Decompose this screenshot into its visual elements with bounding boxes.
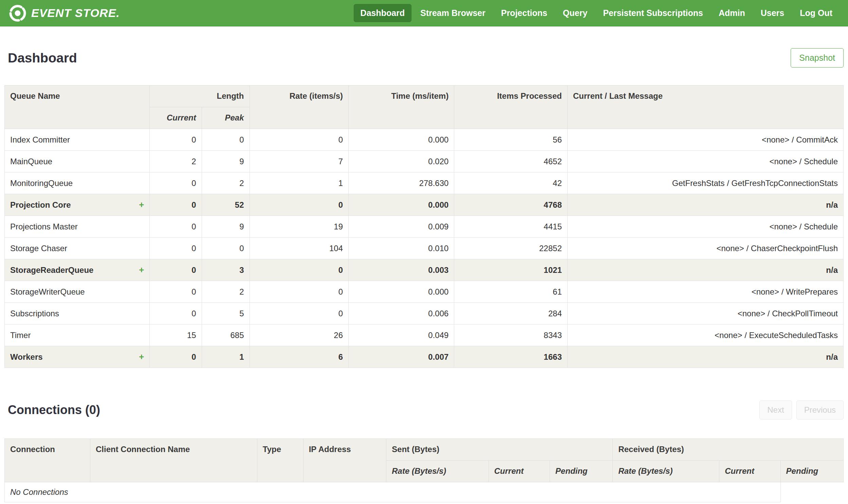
queues-table-body: Index Committer 0 0 0 0.000 56 <none> / … [5, 129, 844, 368]
col-header-connection: Connection [5, 439, 90, 482]
expand-plus-icon[interactable]: + [139, 265, 144, 275]
nav-item-admin[interactable]: Admin [712, 4, 752, 22]
queue-name: Index Committer [10, 135, 70, 145]
queue-message-cell: <none> / CheckPollTimeout [567, 303, 843, 324]
col-header-items-processed: Items Processed [454, 86, 567, 129]
queue-name-cell: Projection Core + [5, 194, 150, 216]
queue-length-peak-cell: 1 [202, 346, 250, 368]
queue-length-peak-cell: 5 [202, 303, 250, 324]
queue-time-cell: 0.007 [349, 346, 454, 368]
queue-length-current-cell: 2 [150, 151, 202, 173]
queue-items-processed-cell: 284 [454, 303, 567, 324]
queue-length-peak-cell: 0 [202, 129, 250, 151]
connections-header: Connections (0) Next Previous [4, 400, 844, 419]
queue-row: Subscriptions 0 5 0 0.006 284 <none> / C… [5, 303, 844, 324]
col-header-client-connection-name: Client Connection Name [90, 439, 257, 482]
queue-length-current-cell: 0 [150, 281, 202, 303]
queue-length-current-cell: 15 [150, 324, 202, 346]
col-header-type: Type [257, 439, 303, 482]
queue-rate-cell: 0 [250, 303, 349, 324]
queue-message-cell: <none> / WritePrepares [567, 281, 843, 303]
page-header: Dashboard Snapshot [4, 48, 844, 68]
queue-name-cell: MainQueue [5, 151, 150, 173]
queue-time-cell: 0.000 [349, 281, 454, 303]
queue-time-cell: 0.000 [349, 129, 454, 151]
col-header-time: Time (ms/item) [349, 86, 454, 129]
queue-length-peak-cell: 9 [202, 216, 250, 238]
queue-name: Workers [10, 352, 43, 362]
nav-item-stream-browser[interactable]: Stream Browser [414, 4, 492, 22]
expand-plus-icon[interactable]: + [139, 352, 144, 362]
queues-table-head: Queue Name Length Rate (items/s) Time (m… [5, 86, 844, 129]
main-nav: Dashboard Stream Browser Projections Que… [354, 4, 839, 22]
queue-length-peak-cell: 3 [202, 259, 250, 281]
queue-items-processed-cell: 4415 [454, 216, 567, 238]
queue-length-peak-cell: 685 [202, 324, 250, 346]
col-header-length-peak: Peak [202, 107, 250, 129]
queue-message-cell: GetFreshStats / GetFreshTcpConnectionSta… [567, 173, 843, 194]
queue-rate-cell: 7 [250, 151, 349, 173]
brand-link[interactable]: EVENT STORE. [9, 4, 120, 22]
queue-length-current-cell: 0 [150, 259, 202, 281]
connections-pager: Next Previous [759, 400, 844, 419]
event-store-logo [9, 4, 26, 22]
snapshot-button[interactable]: Snapshot [791, 48, 844, 68]
queue-length-current-cell: 0 [150, 346, 202, 368]
queue-time-cell: 0.000 [349, 194, 454, 216]
queue-rate-cell: 6 [250, 346, 349, 368]
queue-row: MonitoringQueue 0 2 1 278.630 42 GetFres… [5, 173, 844, 194]
queue-name-cell: Subscriptions [5, 303, 150, 324]
queue-items-processed-cell: 56 [454, 129, 567, 151]
queue-name-cell: StorageReaderQueue + [5, 259, 150, 281]
queue-items-processed-cell: 22852 [454, 238, 567, 259]
queue-row: Projections Master 0 9 19 0.009 4415 <no… [5, 216, 844, 238]
queue-time-cell: 0.003 [349, 259, 454, 281]
queue-name: StorageWriterQueue [10, 287, 85, 296]
queue-row: Timer 15 685 26 0.049 8343 <none> / Exec… [5, 324, 844, 346]
queue-rate-cell: 0 [250, 281, 349, 303]
queue-rate-cell: 0 [250, 259, 349, 281]
nav-item-dashboard[interactable]: Dashboard [354, 4, 412, 22]
queue-message-cell: n/a [567, 194, 843, 216]
next-button[interactable]: Next [759, 400, 792, 419]
queue-row: Index Committer 0 0 0 0.000 56 <none> / … [5, 129, 844, 151]
queue-message-cell: <none> / ExecuteScheduledTasks [567, 324, 843, 346]
queue-name: MonitoringQueue [10, 179, 73, 188]
nav-item-projections[interactable]: Projections [494, 4, 554, 22]
nav-item-users[interactable]: Users [754, 4, 791, 22]
queue-rate-cell: 19 [250, 216, 349, 238]
queue-row[interactable]: Workers + 0 1 6 0.007 1663 n/a [5, 346, 844, 368]
queues-table: Queue Name Length Rate (items/s) Time (m… [4, 85, 844, 368]
nav-item-logout[interactable]: Log Out [793, 4, 839, 22]
queue-rate-cell: 104 [250, 238, 349, 259]
page-content: Dashboard Snapshot Queue Name Length Rat… [0, 48, 848, 504]
queue-row[interactable]: Projection Core + 0 52 0 0.000 4768 n/a [5, 194, 844, 216]
queue-length-current-cell: 0 [150, 216, 202, 238]
col-header-received-bytes: Received (Bytes) [613, 439, 844, 461]
queue-items-processed-cell: 4652 [454, 151, 567, 173]
connections-title: Connections (0) [8, 403, 100, 417]
queue-items-processed-cell: 4768 [454, 194, 567, 216]
queue-name: Projections Master [10, 222, 78, 232]
queue-items-processed-cell: 8343 [454, 324, 567, 346]
col-header-sent-current: Current [488, 461, 549, 482]
nav-item-query[interactable]: Query [556, 4, 594, 22]
queue-items-processed-cell: 61 [454, 281, 567, 303]
queue-length-current-cell: 0 [150, 129, 202, 151]
queue-rate-cell: 0 [250, 129, 349, 151]
previous-button[interactable]: Previous [796, 400, 844, 419]
queue-time-cell: 0.049 [349, 324, 454, 346]
nav-item-persistent-subscriptions[interactable]: Persistent Subscriptions [596, 4, 710, 22]
queue-length-current-cell: 0 [150, 238, 202, 259]
queue-rate-cell: 1 [250, 173, 349, 194]
queue-length-peak-cell: 52 [202, 194, 250, 216]
expand-plus-icon[interactable]: + [139, 200, 144, 210]
queue-name: Subscriptions [10, 309, 59, 318]
queue-items-processed-cell: 1663 [454, 346, 567, 368]
queue-name-cell: Storage Chaser [5, 238, 150, 259]
queue-name: Projection Core [10, 200, 71, 210]
queue-time-cell: 278.630 [349, 173, 454, 194]
queue-length-peak-cell: 2 [202, 173, 250, 194]
queue-length-current-cell: 0 [150, 303, 202, 324]
queue-row[interactable]: StorageReaderQueue + 0 3 0 0.003 1021 n/… [5, 259, 844, 281]
